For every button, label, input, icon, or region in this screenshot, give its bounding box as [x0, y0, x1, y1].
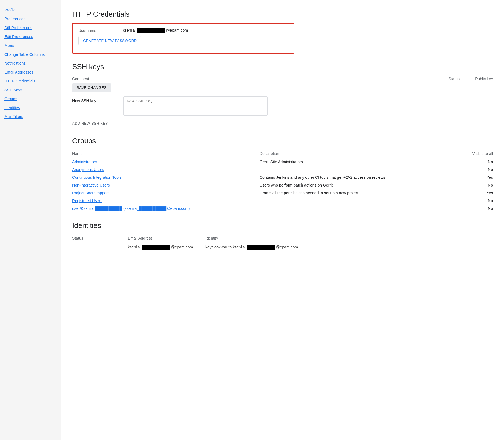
sidebar-item-groups[interactable]: Groups	[0, 94, 61, 103]
group-name-cell: Continuous Integration Tools	[72, 174, 260, 181]
sidebar-item-http-credentials[interactable]: HTTP Credentials	[0, 77, 61, 86]
groups-section: Name Description Visible to all Administ…	[72, 150, 493, 212]
sidebar-item-mail-filters[interactable]: Mail Filters	[0, 112, 61, 121]
save-changes-button[interactable]: SAVE CHANGES	[72, 83, 111, 92]
add-ssh-key-row: ADD NEW SSH KEY	[72, 116, 493, 128]
identities-col-identity: Identity	[205, 234, 493, 243]
username-label: Username	[78, 28, 123, 33]
group-description-cell: Gerrit Site Administrators	[260, 158, 460, 166]
group-visible-cell: No	[460, 197, 493, 205]
identities-col-status: Status	[72, 234, 128, 243]
sidebar-item-identities[interactable]: Identities	[0, 103, 61, 112]
group-name-cell: Administrators	[72, 158, 260, 166]
groups-table: Name Description Visible to all Administ…	[72, 150, 493, 212]
table-row: Continuous Integration ToolsContains Jen…	[72, 174, 493, 181]
sidebar-item-notifications[interactable]: Notifications	[0, 59, 61, 68]
sidebar-item-menu[interactable]: Menu	[0, 41, 61, 50]
credentials-username-row: Username kseniia_@epam.com	[78, 28, 288, 33]
table-row: Anonymous UsersNo	[72, 166, 493, 174]
generate-password-row: GENERATE NEW PASSWORD	[78, 36, 288, 45]
sidebar-item-diff-preferences[interactable]: Diff Preferences	[0, 23, 61, 32]
group-link[interactable]: Registered Users	[72, 198, 102, 203]
group-link[interactable]: Continuous Integration Tools	[72, 175, 121, 180]
sidebar-item-change-table-columns[interactable]: Change Table Columns	[0, 50, 61, 59]
new-ssh-key-input[interactable]	[123, 96, 268, 116]
ssh-comment-header: Comment	[72, 77, 432, 81]
redacted-block	[247, 245, 275, 250]
sidebar: ProfilePreferencesDiff PreferencesEdit P…	[0, 0, 61, 440]
group-name-cell: user/Kseniia ██████████ (kseniia_███████…	[72, 205, 260, 212]
redacted-block	[142, 245, 170, 250]
table-row: Registered UsersNo	[72, 197, 493, 205]
table-row: AdministratorsGerrit Site Administrators…	[72, 158, 493, 166]
http-credentials-box: Username kseniia_@epam.com GENERATE NEW …	[72, 23, 294, 54]
ssh-status-header: Status	[432, 77, 460, 81]
group-link[interactable]: Administrators	[72, 160, 97, 164]
group-link[interactable]: user/Kseniia ██████████ (kseniia_███████…	[72, 206, 190, 211]
group-visible-cell: No	[460, 181, 493, 189]
identities-title: Identities	[72, 221, 493, 230]
username-redacted	[137, 28, 165, 33]
table-row: user/Kseniia ██████████ (kseniia_███████…	[72, 205, 493, 212]
table-row: Non-Interactive UsersUsers who perform b…	[72, 181, 493, 189]
save-changes-row: SAVE CHANGES	[72, 82, 493, 92]
identity-value-cell: keycloak-oauth:kseniia_@epam.com	[205, 243, 493, 252]
sidebar-item-profile[interactable]: Profile	[0, 6, 61, 14]
table-row: kseniia_@epam.comkeycloak-oauth:kseniia_…	[72, 243, 493, 252]
group-description-cell: Grants all the permissions needed to set…	[260, 189, 460, 197]
group-name-cell: Project Bootstrappers	[72, 189, 260, 197]
group-visible-cell: No	[460, 158, 493, 166]
group-description-cell	[260, 197, 460, 205]
identities-col-email: Email Address	[128, 234, 205, 243]
new-ssh-row: New SSH key	[72, 96, 493, 116]
group-description-cell: Users who perform batch actions on Gerri…	[260, 181, 460, 189]
identity-email-cell: kseniia_@epam.com	[128, 243, 205, 252]
ssh-keys-title: SSH keys	[72, 62, 493, 71]
group-name-cell: Non-Interactive Users	[72, 181, 260, 189]
sidebar-item-ssh-keys[interactable]: SSH Keys	[0, 86, 61, 94]
ssh-pubkey-header: Public key	[460, 77, 493, 81]
http-credentials-title: HTTP Credentials	[72, 10, 493, 19]
identities-header-row: Status Email Address Identity	[72, 234, 493, 243]
group-link[interactable]: Non-Interactive Users	[72, 183, 110, 187]
groups-col-visible: Visible to all	[460, 150, 493, 158]
sidebar-item-preferences[interactable]: Preferences	[0, 14, 61, 23]
identities-section: Status Email Address Identity kseniia_@e…	[72, 234, 493, 252]
group-link[interactable]: Project Bootstrappers	[72, 191, 110, 195]
groups-col-description: Description	[260, 150, 460, 158]
group-visible-cell: Yes	[460, 189, 493, 197]
ssh-keys-section: Comment Status Public key SAVE CHANGES N…	[72, 76, 493, 128]
groups-col-name: Name	[72, 150, 260, 158]
table-row: Project BootstrappersGrants all the perm…	[72, 189, 493, 197]
username-value: kseniia_@epam.com	[123, 28, 188, 33]
new-ssh-label: New SSH key	[72, 96, 117, 103]
generate-password-button[interactable]: GENERATE NEW PASSWORD	[78, 36, 141, 45]
sidebar-item-email-addresses[interactable]: Email Addresses	[0, 68, 61, 77]
group-visible-cell: No	[460, 205, 493, 212]
identity-status-cell	[72, 243, 128, 252]
sidebar-item-edit-preferences[interactable]: Edit Preferences	[0, 32, 61, 41]
group-visible-cell: Yes	[460, 174, 493, 181]
ssh-header-row: Comment Status Public key	[72, 76, 493, 82]
group-description-cell	[260, 205, 460, 212]
group-visible-cell: No	[460, 166, 493, 174]
add-ssh-key-button[interactable]: ADD NEW SSH KEY	[72, 119, 108, 128]
group-description-cell: Contains Jenkins and any other CI tools …	[260, 174, 460, 181]
group-description-cell	[260, 166, 460, 174]
main-content: HTTP Credentials Username kseniia_@epam.…	[61, 0, 504, 440]
group-name-cell: Anonymous Users	[72, 166, 260, 174]
groups-header-row: Name Description Visible to all	[72, 150, 493, 158]
groups-title: Groups	[72, 137, 493, 145]
group-name-cell: Registered Users	[72, 197, 260, 205]
identities-table: Status Email Address Identity kseniia_@e…	[72, 234, 493, 252]
group-link[interactable]: Anonymous Users	[72, 167, 104, 172]
